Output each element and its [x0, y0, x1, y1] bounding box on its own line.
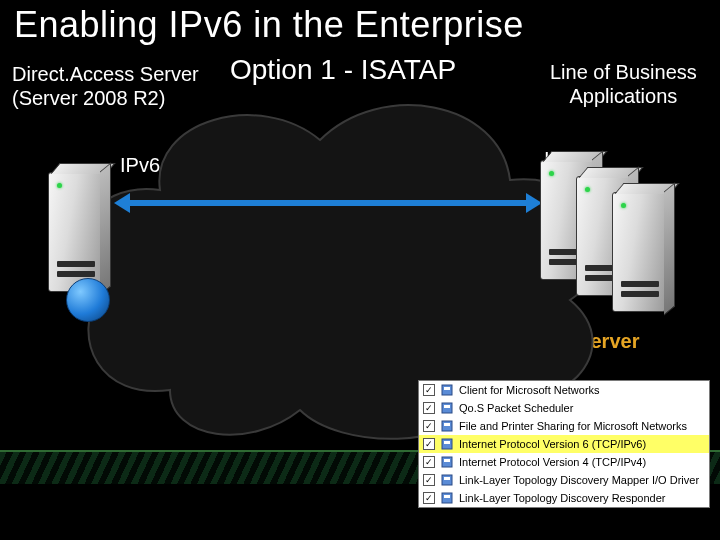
- network-item-label: Link-Layer Topology Discovery Responder: [459, 491, 665, 505]
- slide-title: Enabling IPv6 in the Enterprise: [14, 4, 524, 46]
- checkbox-icon[interactable]: ✓: [423, 402, 435, 414]
- checkbox-icon[interactable]: ✓: [423, 474, 435, 486]
- svg-rect-9: [444, 459, 450, 462]
- network-component-icon: [440, 401, 454, 415]
- svg-rect-5: [444, 423, 450, 426]
- checkbox-icon[interactable]: ✓: [423, 384, 435, 396]
- checkbox-icon[interactable]: ✓: [423, 456, 435, 468]
- network-item-label: File and Printer Sharing for Microsoft N…: [459, 419, 687, 433]
- network-item-label: Qo.S Packet Scheduler: [459, 401, 573, 415]
- bidirectional-arrow: [128, 200, 528, 206]
- network-item-label: Client for Microsoft Networks: [459, 383, 600, 397]
- network-item-row[interactable]: ✓Internet Protocol Version 4 (TCP/IPv4): [419, 453, 709, 471]
- checkbox-icon[interactable]: ✓: [423, 438, 435, 450]
- globe-icon: [66, 278, 110, 322]
- network-item-row[interactable]: ✓Internet Protocol Version 6 (TCP/IPv6): [419, 435, 709, 453]
- svg-rect-1: [444, 387, 450, 390]
- network-component-icon: [440, 437, 454, 451]
- svg-rect-7: [444, 441, 450, 444]
- checkbox-icon[interactable]: ✓: [423, 420, 435, 432]
- network-components-panel: ✓Client for Microsoft Networks✓Qo.S Pack…: [418, 380, 710, 508]
- network-item-row[interactable]: ✓Client for Microsoft Networks: [419, 381, 709, 399]
- network-component-icon: [440, 419, 454, 433]
- network-item-row[interactable]: ✓File and Printer Sharing for Microsoft …: [419, 417, 709, 435]
- network-item-row[interactable]: ✓Link-Layer Topology Discovery Responder: [419, 489, 709, 507]
- network-component-icon: [440, 491, 454, 505]
- network-item-label: Internet Protocol Version 4 (TCP/IPv4): [459, 455, 646, 469]
- network-component-icon: [440, 383, 454, 397]
- network-item-row[interactable]: ✓Qo.S Packet Scheduler: [419, 399, 709, 417]
- checkbox-icon[interactable]: ✓: [423, 492, 435, 504]
- network-item-label: Link-Layer Topology Discovery Mapper I/O…: [459, 473, 699, 487]
- network-item-label: Internet Protocol Version 6 (TCP/IPv6): [459, 437, 646, 451]
- network-item-row[interactable]: ✓Link-Layer Topology Discovery Mapper I/…: [419, 471, 709, 489]
- svg-rect-13: [444, 495, 450, 498]
- svg-rect-11: [444, 477, 450, 480]
- network-component-icon: [440, 473, 454, 487]
- svg-rect-3: [444, 405, 450, 408]
- network-component-icon: [440, 455, 454, 469]
- lob-server-icon: [612, 192, 676, 332]
